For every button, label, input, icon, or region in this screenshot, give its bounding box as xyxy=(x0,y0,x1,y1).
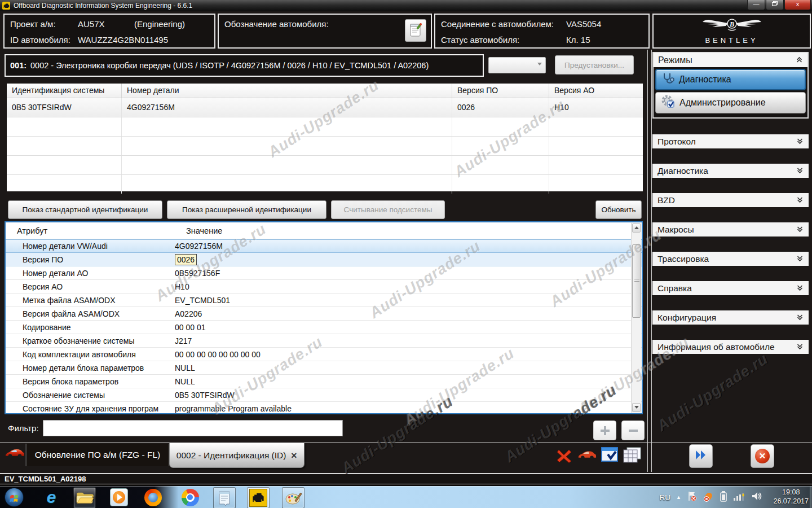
attr-row[interactable]: Номер детали блока параметровNULL xyxy=(6,361,642,375)
taskbar-clock[interactable]: 19:08 26.07.2017 xyxy=(773,488,809,506)
warning-icon[interactable] xyxy=(703,491,714,504)
modes-header[interactable]: Режимы xyxy=(654,53,807,67)
vertical-scrollbar[interactable] xyxy=(631,223,641,413)
col-header: Версия ПО xyxy=(452,84,549,98)
sidebar-section-protocol[interactable]: Протокол xyxy=(652,134,809,148)
col-header: Значение xyxy=(186,226,222,235)
table-row-empty xyxy=(7,175,643,194)
firefox-icon[interactable] xyxy=(142,487,164,507)
attr-row[interactable]: Обозначение системы0B5 30TFSIRdW xyxy=(6,388,642,402)
col-header: Номер детали xyxy=(122,84,452,98)
scrollbar-thumb[interactable] xyxy=(632,244,641,318)
sidebar-section-help[interactable]: Справка xyxy=(652,281,809,295)
sidebar-section-macros[interactable]: Макросы xyxy=(652,222,809,237)
internet-explorer-icon[interactable]: e xyxy=(41,487,62,507)
exit-button[interactable]: ✕ xyxy=(751,444,774,468)
media-player-icon[interactable] xyxy=(108,487,130,507)
presets-button[interactable]: Предустановки... xyxy=(555,55,634,75)
remove-button[interactable] xyxy=(621,421,645,440)
identification-table: Идентификация системы Номер детали Верси… xyxy=(7,84,643,191)
restore-button[interactable] xyxy=(766,0,784,10)
tab-identification[interactable]: 0002 - Идентификация (ID) ✕ xyxy=(169,443,304,468)
title-bar: Offboard Diagnostic Information System E… xyxy=(0,0,812,11)
volume-icon[interactable] xyxy=(751,491,762,504)
sidebar-section-vehicle-info[interactable]: Информация об автомобиле xyxy=(652,340,809,354)
cancel-circle-icon: ✕ xyxy=(755,449,770,463)
scroll-down-arrow[interactable] xyxy=(632,403,641,412)
attr-row[interactable]: Номер детали VW/Audi4G0927156M xyxy=(6,239,642,253)
hidden-icons-arrow[interactable]: ▲ xyxy=(676,494,681,500)
battery-icon[interactable] xyxy=(720,491,727,504)
refresh-button[interactable]: Обновить xyxy=(595,200,642,219)
window-controls: — x xyxy=(747,0,811,10)
show-desktop-button[interactable] xyxy=(810,486,812,508)
id-table-header: Идентификация системы Номер детали Верси… xyxy=(7,84,643,98)
vehicle-id-label: ID автомобиля: xyxy=(10,35,70,45)
vehicle-status-label: Статус автомобиля: xyxy=(441,35,519,45)
file-explorer-icon[interactable] xyxy=(73,487,96,508)
table-row[interactable]: 0B5 30TFSIRdW 4G0927156M 0026 H10 xyxy=(7,98,643,117)
chrome-icon[interactable] xyxy=(179,487,201,507)
attr-row[interactable]: Кодирование00 00 01 xyxy=(6,321,642,334)
double-chevron-right-icon xyxy=(694,449,708,463)
show-extended-identification-button[interactable]: Показ расширенной идентификации xyxy=(167,200,326,219)
mode-administration-button[interactable]: Администрирование xyxy=(655,92,806,113)
vehicle-id-value: WAUZZZ4G2BN011495 xyxy=(78,35,168,45)
odis-taskbar-icon[interactable] xyxy=(247,487,270,508)
attr-row[interactable]: Код комплектации автомобиля00 00 00 00 0… xyxy=(6,348,642,361)
tab-flash-update[interactable]: Обновление ПО а/м (FZG - FL) xyxy=(26,444,169,466)
forward-button[interactable] xyxy=(689,444,713,468)
attr-row[interactable]: Версия АОH10 xyxy=(6,280,642,294)
window-title: Offboard Diagnostic Information System E… xyxy=(14,2,192,10)
system-tray: RU ▲ xyxy=(660,486,762,508)
paint-icon[interactable] xyxy=(282,487,304,508)
notepad-icon xyxy=(409,23,422,39)
add-button[interactable] xyxy=(593,421,616,440)
table-row-empty xyxy=(7,137,643,156)
attr-row[interactable]: Номер детали АО0B5927156F xyxy=(6,266,642,280)
delete-icon[interactable] xyxy=(556,448,575,465)
start-button[interactable] xyxy=(3,487,25,507)
attr-row[interactable]: Версия файла ASAM/ODXA02206 xyxy=(6,307,642,321)
filter-label: Фильтр: xyxy=(8,423,39,433)
edit-designation-button[interactable] xyxy=(405,19,426,42)
show-standard-identification-button[interactable]: Показ стандартной идентификации xyxy=(8,200,162,219)
taskbar: e RU ▲ xyxy=(0,485,812,508)
attr-row[interactable]: Версия ПО0026 xyxy=(6,253,642,266)
network-icon[interactable] xyxy=(733,491,745,504)
flag-icon[interactable] xyxy=(687,491,697,504)
attr-row[interactable]: Метка файла ASAM/ODXEV_TCMDL501 xyxy=(6,294,642,307)
presets-dropdown[interactable] xyxy=(488,57,546,73)
attr-row[interactable]: Состояние ЗУ для хранения програмprogram… xyxy=(6,402,642,415)
close-button[interactable]: x xyxy=(784,0,811,10)
col-header: Идентификация системы xyxy=(7,84,122,98)
clock-date: 26.07.2017 xyxy=(773,497,809,506)
designation-panel: Обозначение автомобиля: xyxy=(218,14,432,49)
notepad-app-icon[interactable] xyxy=(213,487,236,508)
sidebar-section-bzd[interactable]: BZD xyxy=(652,193,809,207)
filter-input[interactable] xyxy=(43,420,343,436)
attr-table-header: Атрибут Значение xyxy=(6,222,642,239)
bentley-wings-icon: B xyxy=(701,17,763,36)
value-editor[interactable]: 0026 xyxy=(175,254,197,265)
chevron-double-down-icon xyxy=(796,225,804,235)
grid-icon[interactable] xyxy=(623,446,643,465)
sidebar-section-configuration[interactable]: Конфигурация xyxy=(652,310,809,325)
attr-row[interactable]: Краткое обозначение системыJ217 xyxy=(6,334,642,348)
sidebar-section-diagnostics[interactable]: Диагностика xyxy=(652,164,809,178)
content-sidebar-separator xyxy=(647,50,652,472)
chevron-double-down-icon xyxy=(796,137,804,147)
minimize-button[interactable]: — xyxy=(747,0,765,10)
close-tab-icon[interactable]: ✕ xyxy=(290,451,297,460)
scroll-up-arrow[interactable] xyxy=(632,224,641,233)
sidebar-section-trace[interactable]: Трассировка xyxy=(652,252,809,266)
status-text: EV_TCMDL501_A02198 xyxy=(5,475,86,483)
chevron-double-down-icon xyxy=(796,342,804,352)
mode-diagnostics-button[interactable]: Диагностика xyxy=(655,69,806,90)
car-icon[interactable] xyxy=(577,449,598,463)
attr-row[interactable]: Версия блока параметровNULL xyxy=(6,375,642,388)
project-note: (Engineering) xyxy=(134,19,185,29)
read-subsystem-button[interactable]: Считывание подсистемы xyxy=(331,200,445,219)
window-check-icon[interactable] xyxy=(601,446,620,465)
language-indicator[interactable]: RU xyxy=(660,493,671,502)
